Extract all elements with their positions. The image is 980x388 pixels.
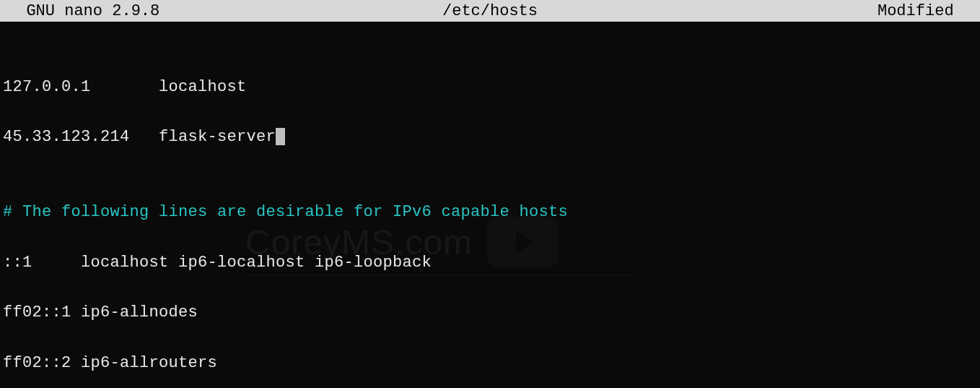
editor-comment-line: # The following lines are desirable for … (3, 200, 977, 225)
modified-status: Modified (878, 2, 973, 20)
editor-line: 127.0.0.1 localhost (3, 75, 977, 100)
editor-content[interactable]: 127.0.0.1 localhost 45.33.123.214 flask-… (0, 22, 980, 388)
file-path: /etc/hosts (442, 2, 538, 20)
editor-line: ff02::2 ip6-allrouters (3, 351, 977, 376)
editor-line: ::1 localhost ip6-localhost ip6-loopback (3, 251, 977, 276)
cursor (276, 128, 285, 145)
nano-titlebar: GNU nano 2.9.8 /etc/hosts Modified (0, 0, 980, 22)
editor-line: 45.33.123.214 flask-server (3, 125, 977, 150)
editor-line: ff02::1 ip6-allnodes (3, 301, 977, 326)
watermark-underline (245, 275, 635, 275)
editor-name-version: GNU nano 2.9.8 (7, 2, 159, 20)
line-text: 45.33.123.214 flask-server (3, 128, 276, 146)
